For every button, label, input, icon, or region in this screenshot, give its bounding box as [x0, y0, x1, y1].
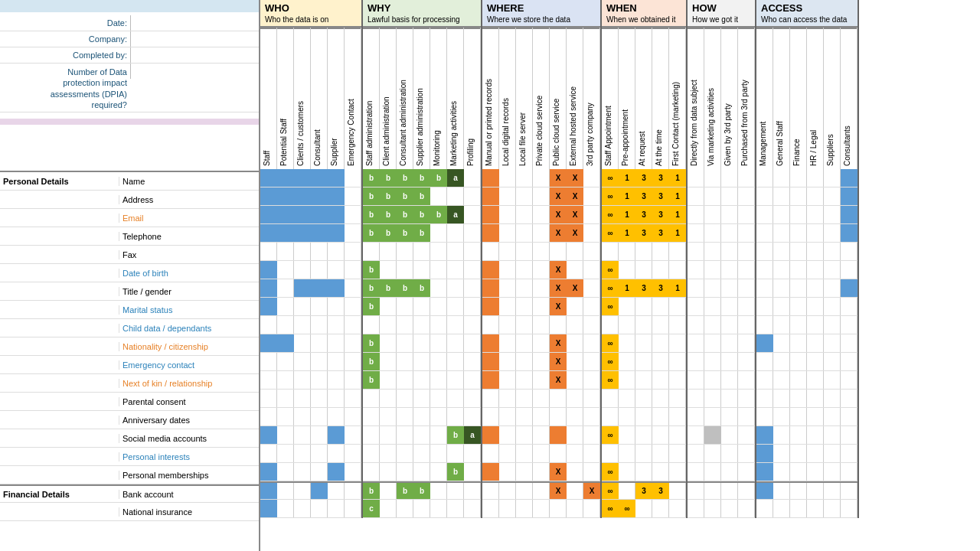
cell-when-15-0	[602, 445, 619, 463]
cell-access-13-5	[841, 408, 858, 426]
col-header-when-1: Pre-appointment	[619, 28, 635, 169]
cell-why-12-2	[397, 390, 413, 408]
cell-who-3-2	[294, 224, 311, 243]
cell-why-16-0	[363, 463, 380, 481]
cell-where-6-3	[533, 279, 550, 298]
cell-when-12-2	[635, 390, 652, 408]
cell-where-16-0	[482, 463, 499, 481]
cell-access-1-2	[790, 187, 807, 206]
cell-access-0-2	[790, 169, 807, 187]
left-row: Emergency contact	[0, 356, 259, 374]
row-label: Social media accounts	[119, 434, 259, 443]
cell-why-14-6: a	[464, 426, 481, 445]
cell-who-15-0	[260, 445, 277, 463]
col-when-1: Pre-appointment11111∞	[619, 28, 635, 518]
cell-when-0-1: 1	[619, 169, 635, 187]
col-why-4: Monitoringbb	[430, 28, 447, 518]
cell-how-0-1	[704, 169, 721, 187]
cell-access-2-0	[756, 206, 773, 224]
cell-where-4-1	[499, 243, 516, 261]
col-where-3: Private cloud service	[533, 28, 550, 518]
row-label: Email	[119, 214, 259, 223]
cell-why-5-4	[430, 261, 447, 279]
cell-when-4-1	[619, 243, 635, 261]
cell-where-4-6	[583, 243, 600, 261]
cell-where-7-2	[516, 298, 533, 316]
cell-access-2-2	[790, 206, 807, 224]
cell-access-15-5	[841, 445, 858, 463]
date-input[interactable]	[130, 15, 259, 31]
cell-why-7-1	[380, 298, 397, 316]
cell-who-18-0	[260, 500, 277, 518]
completed-by-input[interactable]	[130, 47, 259, 63]
cell-why-5-3	[413, 261, 430, 279]
col-header-who-3: Consultant	[311, 28, 327, 169]
cell-access-4-1	[773, 243, 790, 261]
cell-why-6-5	[447, 279, 464, 298]
col-who-3: Consultant	[311, 28, 328, 518]
cell-access-7-5	[841, 298, 858, 316]
cell-access-9-3	[807, 334, 824, 353]
left-row: Parental consent	[0, 393, 259, 411]
cell-who-6-2	[294, 279, 311, 298]
cell-where-16-4: X	[550, 463, 567, 481]
cell-access-3-1	[773, 224, 790, 243]
cell-who-12-0	[260, 390, 277, 408]
cell-how-12-1	[704, 390, 721, 408]
col-header-when-0: Staff Appointment	[602, 28, 618, 169]
cell-how-2-0	[688, 206, 704, 224]
left-row: Nationality / citizenship	[0, 337, 259, 356]
cell-where-8-2	[516, 316, 533, 334]
cell-access-2-3	[807, 206, 824, 224]
cell-where-1-2	[516, 187, 533, 206]
cell-why-7-3	[413, 298, 430, 316]
cell-when-13-2	[635, 408, 652, 426]
data-rows-left: Personal DetailsNameAddressEmailTelephon…	[0, 172, 259, 521]
right-scroll-panel[interactable]: WHOWho the data is onStaffPotential Staf…	[260, 0, 980, 551]
cell-how-13-2	[721, 408, 738, 426]
col-why-1: Client administrationbbbbb	[380, 28, 397, 518]
cell-where-4-0	[482, 243, 499, 261]
cell-why-11-6	[464, 371, 481, 390]
cell-access-10-4	[824, 353, 841, 371]
col-how-2: Given by 3rd party	[721, 28, 738, 518]
cell-how-5-2	[721, 261, 738, 279]
cell-access-16-5	[841, 463, 858, 481]
cell-where-11-0	[482, 371, 499, 390]
cell-where-1-0	[482, 187, 499, 206]
company-input[interactable]	[130, 31, 259, 47]
cell-why-7-2	[397, 298, 413, 316]
dpia-input[interactable]	[130, 64, 259, 79]
cell-who-5-0	[260, 261, 277, 279]
cell-why-10-5	[447, 353, 464, 371]
cell-where-16-6	[583, 463, 600, 481]
row-category: Personal Details	[0, 177, 119, 186]
cell-who-4-3	[311, 243, 328, 261]
cell-how-3-1	[704, 224, 721, 243]
cell-who-5-1	[277, 261, 294, 279]
cell-access-4-3	[807, 243, 824, 261]
cell-where-2-5: X	[567, 206, 583, 224]
cell-when-17-0: ∞	[602, 481, 619, 500]
cell-how-18-1	[704, 500, 721, 518]
cell-why-13-1	[380, 408, 397, 426]
cell-who-7-0	[260, 298, 277, 316]
cell-where-6-0	[482, 279, 499, 298]
cell-access-18-5	[841, 500, 858, 518]
cell-who-16-4	[328, 463, 345, 481]
cell-access-8-3	[807, 316, 824, 334]
col-who-0: Staff	[260, 28, 277, 518]
cell-how-10-2	[721, 353, 738, 371]
cols-container-when: Staff Appointment∞∞∞∞∞∞∞∞∞∞∞∞∞∞Pre-appoi…	[602, 28, 686, 518]
cell-where-12-5	[567, 390, 583, 408]
cell-how-11-0	[688, 371, 704, 390]
cell-how-1-3	[738, 187, 755, 206]
cell-where-5-3	[533, 261, 550, 279]
cell-when-7-0: ∞	[602, 298, 619, 316]
section-who: WHOWho the data is onStaffPotential Staf…	[260, 0, 363, 518]
cell-who-9-5	[345, 334, 361, 353]
cell-why-0-3: b	[413, 169, 430, 187]
cell-why-6-3: b	[413, 279, 430, 298]
cell-where-9-3	[533, 334, 550, 353]
cell-where-10-3	[533, 353, 550, 371]
